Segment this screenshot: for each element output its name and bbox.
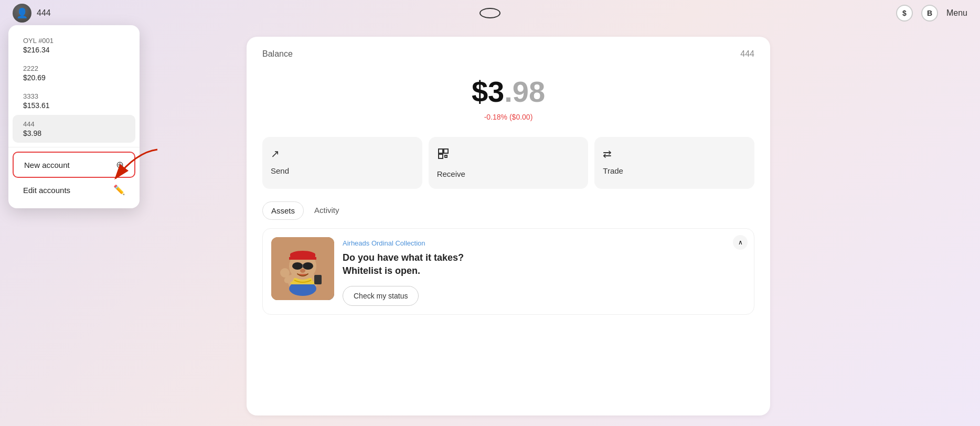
account-balance-oyl001: $216.34: [23, 46, 125, 54]
edit-icon: ✏️: [113, 184, 125, 196]
nft-title: Do you have what it takes?Whitelist is o…: [343, 251, 745, 278]
svg-rect-1: [439, 149, 443, 153]
header-account-name: 444: [37, 8, 51, 18]
svg-point-16: [300, 269, 305, 273]
menu-button[interactable]: Menu: [946, 8, 967, 18]
svg-point-14: [303, 262, 313, 270]
balance-account-display: 444: [740, 49, 754, 59]
collapse-button[interactable]: ∧: [733, 235, 748, 250]
balance-header: Balance 444: [262, 49, 754, 59]
header: 👤 444 $ B Menu: [0, 0, 980, 26]
balance-title: Balance: [262, 49, 293, 59]
nft-image: [271, 237, 334, 300]
balance-amount-main: $3: [472, 75, 504, 108]
send-button[interactable]: ↗ Send: [262, 137, 422, 189]
svg-rect-12: [289, 257, 316, 260]
btc-currency-button[interactable]: B: [921, 5, 938, 22]
action-buttons: ↗ Send Receive ⇄ Trade: [262, 137, 754, 189]
account-balance-3333: $153.61: [23, 101, 125, 110]
svg-rect-4: [445, 155, 447, 157]
trade-icon: ⇄: [603, 147, 612, 160]
usd-currency-button[interactable]: $: [896, 5, 913, 22]
account-item-2222[interactable]: 2222 $20.69: [13, 59, 135, 87]
account-name-2222: 2222: [23, 65, 125, 72]
account-balance-2222: $20.69: [23, 73, 125, 82]
main-content: Balance 444 $3.98 -0.18% ($0.00) ↗ Send: [247, 26, 770, 426]
edit-accounts-button[interactable]: Edit accounts ✏️: [13, 178, 135, 202]
account-selector[interactable]: 👤 444: [13, 4, 51, 23]
trade-label: Trade: [603, 166, 623, 175]
account-name-3333: 3333: [23, 92, 125, 100]
new-account-button[interactable]: New account ⊕: [13, 152, 135, 178]
receive-icon: [437, 147, 450, 163]
account-name-oyl001: OYL #001: [23, 37, 125, 45]
plus-circle-icon: ⊕: [116, 159, 124, 171]
trade-button[interactable]: ⇄ Trade: [594, 137, 754, 189]
balance-amount-container: $3.98: [262, 74, 754, 109]
receive-button[interactable]: Receive: [429, 137, 589, 189]
account-item-3333[interactable]: 3333 $153.61: [13, 87, 135, 115]
account-item-oyl001[interactable]: OYL #001 $216.34: [13, 31, 135, 59]
account-balance-444: $3.98: [23, 129, 125, 137]
svg-point-13: [292, 262, 303, 270]
nft-collection: Airheads Ordinal Collection: [343, 239, 745, 247]
tabs: Assets Activity: [262, 201, 754, 220]
tab-assets[interactable]: Assets: [262, 201, 304, 220]
nft-card: Airheads Ordinal Collection Do you have …: [262, 228, 754, 315]
new-account-label: New account: [24, 161, 70, 169]
nft-content: Airheads Ordinal Collection Do you have …: [343, 237, 745, 306]
svg-rect-3: [439, 154, 443, 158]
account-item-444[interactable]: 444 $3.98: [13, 115, 135, 143]
svg-rect-15: [302, 264, 303, 268]
chevron-up-icon: ∧: [738, 239, 743, 246]
balance-change: -0.18% ($0.00): [262, 113, 754, 121]
balance-amount-decimal: .98: [504, 75, 545, 108]
account-dropdown: OYL #001 $216.34 2222 $20.69 3333 $153.6…: [8, 25, 140, 208]
receive-label: Receive: [437, 169, 465, 178]
avatar: 👤: [13, 4, 31, 23]
svg-rect-2: [444, 149, 448, 153]
edit-accounts-label: Edit accounts: [23, 186, 70, 195]
account-name-444: 444: [23, 120, 125, 128]
svg-point-19: [280, 268, 290, 278]
header-right: $ B Menu: [896, 5, 967, 22]
send-label: Send: [271, 166, 289, 175]
tab-activity[interactable]: Activity: [306, 201, 348, 220]
send-icon: ↗: [271, 147, 280, 160]
dropdown-divider: [8, 147, 140, 147]
logo-oval: [480, 8, 500, 18]
logo: [480, 8, 500, 18]
check-status-button[interactable]: Check my status: [343, 286, 419, 306]
svg-rect-20: [314, 275, 322, 284]
balance-card: Balance 444 $3.98 -0.18% ($0.00) ↗ Send: [247, 37, 770, 416]
